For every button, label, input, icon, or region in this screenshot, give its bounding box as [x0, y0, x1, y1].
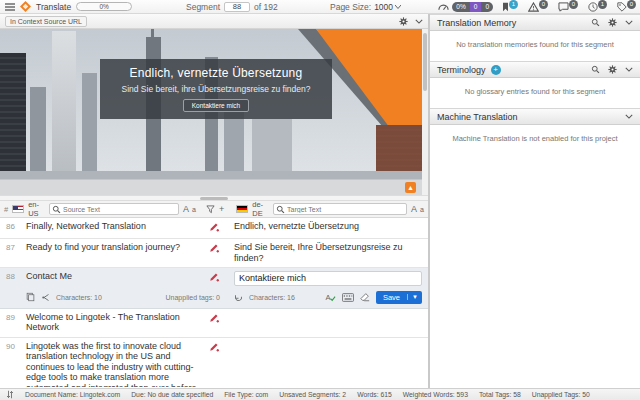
lingotek-logo-icon — [20, 1, 31, 12]
keyboard-icon[interactable] — [342, 293, 354, 302]
segment-row-88[interactable]: 88Contact MeKontaktiere mich — [0, 268, 428, 288]
status-item: Total Tags: 58 — [479, 391, 521, 398]
segment-number: 88 — [0, 271, 26, 286]
add-filter-button[interactable]: + — [219, 205, 224, 214]
in-context-source-url-tab[interactable]: In Context Source URL — [5, 16, 87, 27]
badge-count: 1 — [509, 0, 518, 9]
chevron-down-icon[interactable] — [625, 67, 633, 72]
segment-row-89[interactable]: 89Welcome to Lingotek - The Translation … — [0, 309, 428, 338]
panel-title: Terminology — [437, 65, 486, 75]
panel-title: Translation Memory — [437, 18, 516, 28]
match-pencil-icon[interactable] — [209, 272, 219, 282]
german-flag-icon — [236, 205, 248, 213]
target-font-size-controls[interactable]: Aa — [411, 204, 424, 214]
target-search — [273, 203, 407, 215]
building-silhouette — [82, 73, 97, 183]
gear-icon[interactable] — [608, 18, 617, 27]
source-language-label: en-US — [28, 200, 45, 218]
tag-icon[interactable]: 0 — [617, 2, 636, 12]
segment-number: 87 — [0, 242, 26, 263]
speedometer-icon — [438, 3, 449, 11]
add-term-button[interactable]: + — [491, 65, 501, 75]
contact-me-button[interactable]: Kontaktiere mich — [183, 99, 249, 112]
search-icon[interactable] — [591, 65, 600, 74]
tm-leverage-gauge[interactable]: 0%00 — [438, 2, 493, 12]
building-silhouette — [0, 53, 26, 183]
gear-icon[interactable] — [399, 17, 408, 26]
match-pencil-icon[interactable] — [209, 313, 219, 323]
panel-header-terminology[interactable]: Terminology+ — [430, 61, 640, 78]
target-text[interactable]: Endlich, vernetzte Übersetzung — [228, 221, 428, 234]
clock-icon[interactable]: 1 — [588, 2, 607, 12]
panel-message: Machine Translation is not enabled for t… — [430, 125, 640, 155]
scroll-to-top-button[interactable]: ▲ — [405, 182, 416, 193]
segment-row-86[interactable]: 86Finally, Networked TranslationEndlich,… — [0, 218, 428, 239]
spellcheck-icon[interactable]: A — [325, 292, 336, 302]
status-item: File Type: com — [224, 391, 268, 398]
segment-filter-bar: # en-US Aa + de-DE Aa — [0, 201, 428, 218]
unapplied-tags-count: Unapplied tags: 0 — [166, 294, 228, 301]
target-text[interactable] — [228, 312, 428, 333]
match-pencil-icon[interactable] — [209, 243, 219, 253]
segment-number-input[interactable] — [224, 2, 250, 12]
source-text: Ready to find your translation journey? — [26, 242, 200, 263]
segment-label: Segment — [186, 2, 220, 12]
match-pencil-icon[interactable] — [209, 342, 219, 352]
us-flag-icon — [12, 205, 24, 213]
bookmark-icon[interactable]: 1 — [502, 2, 518, 12]
page-size-select[interactable]: 1000 — [374, 2, 401, 12]
panel-title: Machine Translation — [437, 112, 518, 122]
chevron-down-icon[interactable] — [625, 20, 633, 25]
hero-heading: Endlich, vernetzte Übersetzung — [100, 66, 332, 80]
badge-count: 1 — [598, 0, 607, 9]
top-toolbar: Translate 0% Segment of 192 Page Size: 1… — [0, 0, 640, 14]
target-text[interactable]: Sind Sie bereit, Ihre Übersetzungsreise … — [228, 242, 428, 263]
panel-message: No translation memories found for this s… — [430, 31, 640, 61]
page-size-label: Page Size: — [330, 2, 371, 12]
chevron-down-icon[interactable] — [415, 19, 423, 24]
gear-icon[interactable] — [608, 65, 617, 74]
hamburger-menu-icon[interactable] — [5, 3, 15, 11]
split-icon[interactable] — [41, 293, 50, 302]
chevron-down-icon[interactable] — [625, 114, 633, 119]
svg-text:A: A — [325, 293, 330, 302]
match-pencil-icon[interactable] — [209, 222, 219, 232]
target-editor[interactable]: Kontaktiere mich — [234, 271, 422, 286]
webpage-preview[interactable]: Endlich, vernetzte Übersetzung Sind Sie … — [0, 29, 428, 195]
copy-icon[interactable] — [26, 292, 35, 302]
status-item: Document Name: Lingotek.com — [25, 391, 120, 398]
panel-header-machine-translation[interactable]: Machine Translation — [430, 108, 640, 125]
translation-workbench: Translate 0% Segment of 192 Page Size: 1… — [0, 0, 640, 400]
segment-number: 89 — [0, 312, 26, 333]
eraser-icon[interactable] — [360, 292, 370, 302]
status-item: Unapplied Tags: 50 — [532, 391, 590, 398]
filter-icon[interactable] — [206, 205, 215, 214]
search-icon — [276, 205, 285, 216]
hero-text-panel: Endlich, vernetzte Übersetzung Sind Sie … — [100, 59, 332, 119]
target-language-label: de-DE — [252, 200, 269, 218]
target-search-input[interactable] — [273, 203, 407, 215]
segment-number: 86 — [0, 221, 26, 234]
chevron-down-icon — [395, 5, 401, 9]
target-text[interactable] — [228, 341, 428, 388]
search-icon[interactable] — [591, 18, 600, 27]
status-item: Weighted Words: 593 — [403, 391, 468, 398]
comment-icon[interactable]: 0 — [558, 2, 578, 12]
source-search-input[interactable] — [49, 203, 179, 215]
building-silhouette — [52, 31, 76, 183]
panel-header-translation-memory[interactable]: Translation Memory — [430, 14, 640, 31]
undo-icon[interactable] — [234, 293, 243, 302]
segment-row-87[interactable]: 87Ready to find your translation journey… — [0, 239, 428, 268]
sort-icon[interactable] — [6, 390, 14, 399]
save-options-caret[interactable]: ▼ — [407, 294, 422, 300]
building-spire — [151, 29, 154, 41]
badge-count: 0 — [627, 0, 636, 9]
warning-icon[interactable]: 0 — [528, 2, 548, 12]
target-text[interactable]: Kontaktiere mich — [228, 271, 428, 286]
segment-row-90[interactable]: 90Lingotek was the first to innovate clo… — [0, 338, 428, 388]
source-font-size-controls[interactable]: Aa — [183, 204, 196, 214]
status-item: Due: No due date specified — [131, 391, 213, 398]
save-button[interactable]: Save▼ — [376, 291, 422, 304]
badge-count: 0 — [569, 0, 578, 9]
badge-count: 0 — [539, 0, 548, 9]
